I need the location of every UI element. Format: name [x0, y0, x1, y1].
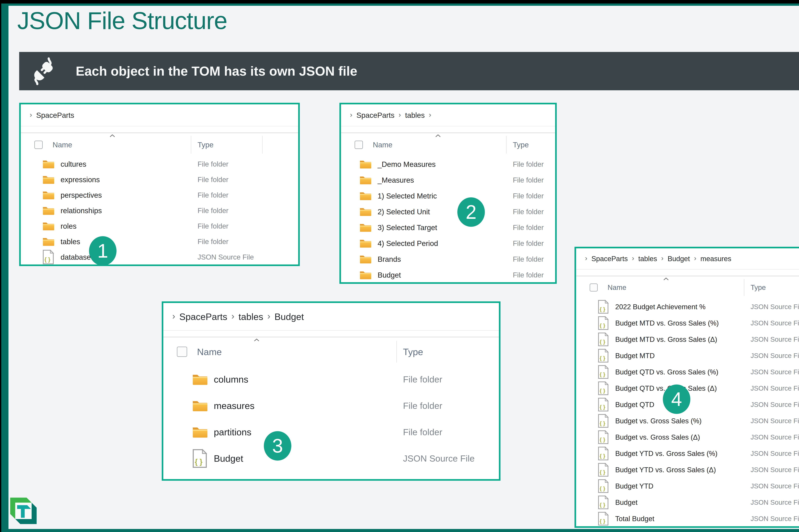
file-row[interactable]: { } Budget QTD vs. Gross Sales (%)JSON S…: [576, 364, 799, 380]
file-type: File folder: [193, 160, 228, 168]
column-header-name[interactable]: Name: [197, 346, 222, 357]
file-row[interactable]: _MeasuresFile folder: [341, 172, 555, 188]
file-row[interactable]: { } Budget YTD vs. Gross Sales (Δ)JSON S…: [576, 462, 799, 478]
file-name: partitions: [214, 427, 251, 437]
select-all-checkbox[interactable]: [177, 347, 187, 357]
file-row[interactable]: BudgetFile folder: [341, 267, 555, 283]
file-row[interactable]: 1) Selected MetricFile folder: [341, 188, 555, 204]
column-header-name[interactable]: Name: [373, 140, 393, 149]
file-row[interactable]: { } Budget YTD vs. Gross Sales (%)JSON S…: [576, 445, 799, 462]
folder-icon: [42, 221, 54, 231]
file-name-cell: expressions: [21, 175, 193, 185]
file-row[interactable]: tablesFile folder: [21, 234, 298, 249]
breadcrumb-item[interactable]: tables: [405, 111, 425, 119]
file-row[interactable]: 3) Selected TargetFile folder: [341, 220, 555, 235]
banner: Each object in the TOM has its own JSON …: [19, 52, 799, 90]
breadcrumb-item[interactable]: Budget: [274, 311, 304, 322]
file-row[interactable]: culturesFile folder: [21, 156, 298, 172]
column-header-type[interactable]: Type: [197, 140, 213, 149]
column-divider[interactable]: [262, 136, 263, 153]
file-row[interactable]: 4) Selected PeriodFile folder: [341, 235, 555, 251]
breadcrumb-item[interactable]: SpaceParts: [36, 111, 74, 119]
breadcrumb[interactable]: ›SpaceParts›tables›Budget: [163, 303, 499, 330]
file-name-cell: roles: [21, 221, 193, 231]
select-all-checkbox[interactable]: [34, 140, 43, 149]
select-all-checkbox[interactable]: [590, 284, 598, 291]
file-name: Budget YTD: [615, 482, 653, 490]
column-header-type[interactable]: Type: [403, 346, 423, 357]
breadcrumb-item[interactable]: Budget: [668, 255, 690, 263]
file-row[interactable]: rolesFile folder: [21, 218, 298, 234]
column-divider[interactable]: [396, 341, 397, 363]
file-name: Brands: [378, 255, 401, 264]
sort-ascending-caret-icon: [110, 134, 115, 137]
file-name: Budget MTD: [615, 352, 655, 360]
file-row[interactable]: _Demo MeasuresFile folder: [341, 156, 555, 172]
svg-text:{ }: { }: [600, 518, 605, 524]
file-row[interactable]: 2) Selected UnitFile folder: [341, 204, 555, 220]
file-row[interactable]: columnsFile folder: [163, 366, 499, 393]
column-divider[interactable]: [191, 136, 191, 153]
file-row[interactable]: { } Budget vs. Gross Sales (%)JSON Sourc…: [576, 413, 799, 429]
breadcrumb-chevron-icon: ›: [429, 111, 431, 119]
breadcrumb[interactable]: ›SpaceParts: [21, 104, 298, 126]
file-type: File folder: [508, 224, 544, 231]
breadcrumb-chevron-icon: ›: [231, 311, 234, 321]
json-file-icon: { }: [598, 479, 609, 493]
file-row[interactable]: { } 2022 Budget Achievement %JSON Source…: [576, 299, 799, 315]
folder-icon: [359, 207, 371, 216]
file-name: expressions: [61, 175, 100, 184]
breadcrumb-chevron-icon: ›: [172, 311, 175, 321]
file-name-cell: columns: [163, 373, 398, 386]
breadcrumb[interactable]: ›SpaceParts›tables›: [341, 104, 555, 126]
file-name: Budget: [214, 453, 243, 464]
breadcrumb-item[interactable]: SpaceParts: [179, 311, 227, 322]
column-header-type[interactable]: Type: [513, 140, 529, 149]
svg-text:{ }: { }: [600, 388, 605, 394]
file-type: File folder: [508, 255, 544, 263]
file-row[interactable]: { } BudgetJSON Source File: [163, 445, 499, 472]
column-header-name[interactable]: Name: [608, 284, 626, 291]
file-row[interactable]: { } databaseJSON Source File: [21, 249, 298, 265]
step-badge-2: 2: [457, 197, 485, 227]
file-name-cell: { } Budget MTD vs. Gross Sales (Δ): [576, 332, 746, 346]
breadcrumb-item[interactable]: measures: [700, 255, 731, 263]
file-type: File folder: [508, 176, 544, 184]
select-all-checkbox[interactable]: [355, 140, 363, 149]
file-row[interactable]: relationshipsFile folder: [21, 203, 298, 218]
file-row[interactable]: { } Budget vs. Gross Sales (Δ)JSON Sourc…: [576, 429, 799, 445]
breadcrumb-item[interactable]: SpaceParts: [357, 111, 395, 119]
svg-text:{ }: { }: [600, 323, 605, 328]
column-header-row: Name Type: [576, 276, 799, 299]
file-type: File folder: [398, 374, 442, 384]
file-row[interactable]: perspectivesFile folder: [21, 187, 298, 203]
file-name: columns: [214, 374, 248, 385]
file-list: culturesFile folder expressionsFile fold…: [21, 156, 298, 265]
file-row[interactable]: { } Budget MTDJSON Source File: [576, 347, 799, 364]
file-type: File folder: [193, 222, 228, 230]
explorer-panel-budget: ›SpaceParts›tables›Budget Name Type colu…: [162, 301, 500, 481]
file-row[interactable]: { } Total BudgetJSON Source File: [576, 511, 799, 527]
breadcrumb-chevron-icon: ›: [350, 111, 353, 119]
breadcrumb-item[interactable]: tables: [239, 311, 263, 322]
file-row[interactable]: { } Budget YTDJSON Source File: [576, 478, 799, 494]
breadcrumb[interactable]: ›SpaceParts›tables›Budget›measures: [576, 248, 799, 269]
column-header-name[interactable]: Name: [53, 140, 72, 149]
file-row[interactable]: { } BudgetJSON Source File: [576, 494, 799, 511]
column-header-type[interactable]: Type: [750, 284, 766, 291]
file-row[interactable]: { } Budget MTD vs. Gross Sales (Δ)JSON S…: [576, 331, 799, 347]
file-row[interactable]: { } Budget MTD vs. Gross Sales (%)JSON S…: [576, 315, 799, 331]
file-row[interactable]: expressionsFile folder: [21, 172, 298, 187]
breadcrumb-item[interactable]: tables: [638, 255, 657, 263]
folder-icon: [42, 237, 54, 246]
toolbar-divider: [163, 330, 499, 337]
file-row[interactable]: measuresFile folder: [163, 393, 499, 419]
column-divider[interactable]: [744, 279, 744, 296]
file-name-cell: { } Total Budget: [576, 512, 746, 526]
breadcrumb-item[interactable]: SpaceParts: [591, 255, 628, 263]
breadcrumb-chevron-icon: ›: [267, 311, 270, 321]
toolbar-divider: [576, 269, 799, 276]
column-divider[interactable]: [506, 136, 507, 153]
file-row[interactable]: partitionsFile folder: [163, 419, 499, 445]
file-row[interactable]: BrandsFile folder: [341, 251, 555, 267]
